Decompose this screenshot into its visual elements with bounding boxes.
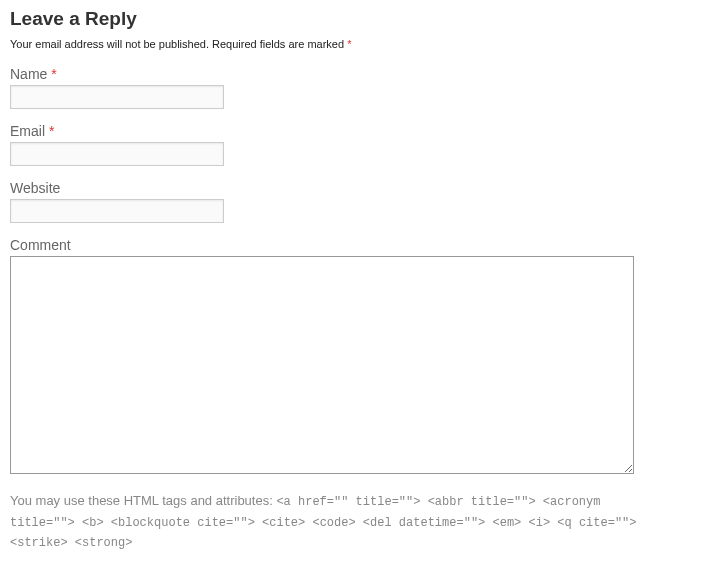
website-field-group: Website	[10, 180, 716, 223]
comment-label: Comment	[10, 237, 716, 253]
email-label: Email *	[10, 123, 716, 139]
email-required-asterisk: *	[49, 123, 54, 139]
website-input[interactable]	[10, 199, 224, 223]
comment-field-group: Comment	[10, 237, 716, 477]
reply-title: Leave a Reply	[10, 8, 716, 30]
comment-label-text: Comment	[10, 237, 71, 253]
required-fields-notice: Your email address will not be published…	[10, 38, 716, 50]
name-field-group: Name *	[10, 66, 716, 109]
name-input[interactable]	[10, 85, 224, 109]
email-field-group: Email *	[10, 123, 716, 166]
website-label-text: Website	[10, 180, 60, 196]
email-label-text: Email	[10, 123, 45, 139]
notice-asterisk: *	[347, 38, 351, 50]
allowed-tags-note: You may use these HTML tags and attribut…	[10, 491, 640, 553]
name-required-asterisk: *	[51, 66, 56, 82]
name-label: Name *	[10, 66, 716, 82]
name-label-text: Name	[10, 66, 47, 82]
email-input[interactable]	[10, 142, 224, 166]
notice-text: Your email address will not be published…	[10, 38, 347, 50]
comment-textarea[interactable]	[10, 256, 634, 474]
allowed-tags-intro: You may use these HTML tags and attribut…	[10, 493, 276, 508]
website-label: Website	[10, 180, 716, 196]
